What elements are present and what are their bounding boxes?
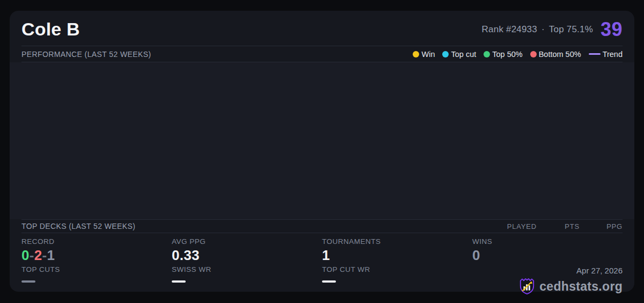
record-value: 0-2-1: [21, 247, 172, 263]
stat-label: SWISS WR: [172, 265, 322, 273]
chart-legend: Win Top cut Top 50% Bottom 50% Trend: [413, 50, 623, 59]
brand-row: cedhstats.org: [519, 278, 623, 295]
empty-value-dash: [21, 280, 35, 283]
stat-label: TOURNAMENTS: [322, 237, 472, 246]
rank-text: Rank #24933: [482, 24, 537, 35]
performance-section-title: PERFORMANCE (LAST 52 WEEKS): [21, 50, 151, 59]
legend-item-top50: Top 50%: [484, 50, 522, 59]
record-losses: 2: [34, 247, 42, 263]
stat-swiss-wr: SWISS WR: [172, 265, 322, 295]
player-score: 39: [601, 18, 623, 41]
legend-item-bottom50: Bottom 50%: [530, 50, 581, 59]
header-rank-group: Rank #24933 · Top 75.1% 39: [482, 18, 623, 41]
card-header: Cole B Rank #24933 · Top 75.1% 39: [21, 11, 623, 46]
legend-label: Bottom 50%: [539, 50, 581, 59]
stat-record: RECORD 0-2-1: [21, 237, 172, 265]
rank-separator: ·: [541, 24, 545, 35]
stat-label: TOP CUT WR: [322, 265, 472, 273]
stat-top-cuts: TOP CUTS: [21, 265, 172, 295]
tournaments-value: 1: [322, 247, 472, 263]
column-header-played: PLAYED: [494, 222, 537, 230]
record-separator: -: [30, 247, 34, 263]
cedhstats-logo-icon: [519, 278, 535, 295]
legend-label: Top 50%: [492, 50, 522, 59]
win-dot-icon: [413, 51, 419, 57]
wins-value: 0: [472, 247, 623, 263]
top-decks-header: TOP DECKS (LAST 52 WEEKS) PLAYED PTS PPG: [21, 220, 623, 233]
top-decks-section-title: TOP DECKS (LAST 52 WEEKS): [21, 222, 135, 230]
legend-label: Win: [421, 50, 435, 59]
stat-label: AVG PPG: [172, 237, 322, 246]
footer: Apr 27, 2026 cedhstats.org: [472, 265, 623, 295]
card-date: Apr 27, 2026: [576, 266, 623, 275]
legend-item-win: Win: [413, 50, 435, 59]
trend-line-icon: [589, 53, 601, 55]
legend-item-trend: Trend: [589, 50, 623, 59]
top-decks-columns: PLAYED PTS PPG: [494, 222, 623, 230]
stat-wins: WINS 0: [472, 237, 623, 265]
stat-top-cut-wr: TOP CUT WR: [322, 265, 472, 295]
empty-value-dash: [172, 280, 186, 283]
stats-grid: RECORD 0-2-1 AVG PPG 0.33 TOURNAMENTS 1 …: [21, 233, 623, 292]
record-wins: 0: [21, 247, 30, 263]
column-header-pts: PTS: [537, 222, 580, 230]
column-header-ppg: PPG: [580, 222, 623, 230]
performance-chart: [10, 62, 634, 219]
player-stats-card: Cole B Rank #24933 · Top 75.1% 39 PERFOR…: [10, 11, 634, 292]
avg-ppg-value: 0.33: [172, 247, 322, 263]
legend-label: Top cut: [451, 50, 476, 59]
topcut-dot-icon: [442, 51, 449, 57]
empty-value-dash: [322, 280, 336, 283]
stat-label: WINS: [472, 237, 623, 246]
stat-avg-ppg: AVG PPG 0.33: [172, 237, 322, 265]
bottom50-dot-icon: [530, 51, 537, 57]
rank-line: Rank #24933 · Top 75.1%: [482, 24, 593, 35]
legend-label: Trend: [603, 50, 623, 59]
player-name: Cole B: [21, 19, 80, 40]
top50-dot-icon: [484, 51, 490, 57]
performance-header: PERFORMANCE (LAST 52 WEEKS) Win Top cut …: [21, 46, 623, 62]
stat-tournaments: TOURNAMENTS 1: [322, 237, 472, 265]
stat-label: TOP CUTS: [21, 265, 172, 273]
percentile-text: Top 75.1%: [549, 24, 593, 35]
legend-item-topcut: Top cut: [442, 50, 476, 59]
brand-name[interactable]: cedhstats.org: [539, 279, 623, 294]
stat-label: RECORD: [21, 237, 172, 246]
record-draws: 1: [47, 247, 55, 263]
